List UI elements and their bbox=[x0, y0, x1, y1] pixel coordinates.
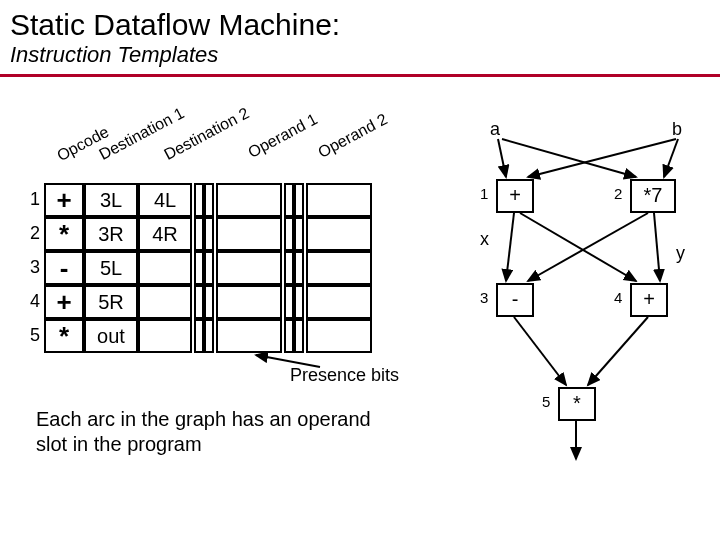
cell-dest1: 3L bbox=[84, 183, 138, 217]
cell-op2 bbox=[306, 183, 372, 217]
presence-bit bbox=[194, 183, 204, 217]
presence-bit bbox=[294, 319, 304, 353]
svg-line-3 bbox=[664, 139, 678, 177]
graph-node-4: + bbox=[630, 283, 668, 317]
presence-bit bbox=[294, 217, 304, 251]
presence-bit bbox=[294, 183, 304, 217]
row-num: 1 bbox=[22, 189, 40, 210]
node-id: 4 bbox=[614, 289, 622, 306]
cell-dest2 bbox=[138, 251, 192, 285]
cell-op2 bbox=[306, 217, 372, 251]
presence-bit bbox=[194, 319, 204, 353]
presence-bit bbox=[204, 183, 214, 217]
row-num: 4 bbox=[22, 291, 40, 312]
cell-op2 bbox=[306, 251, 372, 285]
cell-op1 bbox=[216, 183, 282, 217]
graph-node-3: - bbox=[496, 283, 534, 317]
cell-op2 bbox=[306, 319, 372, 353]
page-title: Static Dataflow Machine: bbox=[0, 0, 720, 42]
hdr-op1: Operand 1 bbox=[245, 110, 320, 161]
cell-opcode: + bbox=[44, 285, 84, 319]
svg-line-7 bbox=[654, 213, 660, 281]
graph-node-5: * bbox=[558, 387, 596, 421]
page-subtitle: Instruction Templates bbox=[0, 42, 720, 72]
presence-bit bbox=[294, 251, 304, 285]
presence-bit bbox=[204, 251, 214, 285]
cell-op1 bbox=[216, 319, 282, 353]
presence-bit bbox=[204, 217, 214, 251]
cell-opcode: * bbox=[44, 217, 84, 251]
node-id: 2 bbox=[614, 185, 622, 202]
graph-input-x: x bbox=[480, 229, 489, 250]
svg-line-0 bbox=[498, 139, 506, 177]
graph-input-y: y bbox=[676, 243, 685, 264]
cell-op1 bbox=[216, 251, 282, 285]
cell-opcode: + bbox=[44, 183, 84, 217]
svg-line-5 bbox=[520, 213, 636, 281]
cell-dest1: 5R bbox=[84, 285, 138, 319]
caption: Each arc in the graph has an operand slo… bbox=[36, 407, 396, 457]
graph-input-a: a bbox=[490, 119, 500, 140]
cell-opcode: - bbox=[44, 251, 84, 285]
svg-line-8 bbox=[514, 317, 566, 385]
node-id: 3 bbox=[480, 289, 488, 306]
svg-line-6 bbox=[528, 213, 648, 281]
svg-line-2 bbox=[528, 139, 676, 177]
presence-bit bbox=[284, 285, 294, 319]
node-id: 5 bbox=[542, 393, 550, 410]
svg-line-9 bbox=[588, 317, 648, 385]
svg-line-4 bbox=[506, 213, 514, 281]
cell-dest2 bbox=[138, 319, 192, 353]
presence-bit bbox=[194, 217, 204, 251]
presence-bit bbox=[194, 251, 204, 285]
presence-bits-label: Presence bits bbox=[290, 365, 399, 386]
cell-dest2: 4R bbox=[138, 217, 192, 251]
presence-bit bbox=[284, 183, 294, 217]
presence-bit bbox=[284, 251, 294, 285]
cell-dest2: 4L bbox=[138, 183, 192, 217]
presence-bit bbox=[284, 217, 294, 251]
cell-op1 bbox=[216, 285, 282, 319]
cell-op1 bbox=[216, 217, 282, 251]
cell-dest1: 3R bbox=[84, 217, 138, 251]
graph-input-b: b bbox=[672, 119, 682, 140]
node-id: 1 bbox=[480, 185, 488, 202]
cell-opcode: * bbox=[44, 319, 84, 353]
cell-dest1: 5L bbox=[84, 251, 138, 285]
cell-dest1: out bbox=[84, 319, 138, 353]
hdr-op2: Operand 2 bbox=[315, 110, 390, 161]
svg-line-1 bbox=[502, 139, 636, 177]
row-num: 3 bbox=[22, 257, 40, 278]
presence-bit bbox=[204, 319, 214, 353]
cell-op2 bbox=[306, 285, 372, 319]
presence-bit bbox=[294, 285, 304, 319]
graph-node-2: *7 bbox=[630, 179, 676, 213]
presence-bit bbox=[204, 285, 214, 319]
cell-dest2 bbox=[138, 285, 192, 319]
row-num: 5 bbox=[22, 325, 40, 346]
presence-bit bbox=[194, 285, 204, 319]
slide-body: Opcode Destination 1 Destination 2 Opera… bbox=[0, 77, 720, 527]
row-num: 2 bbox=[22, 223, 40, 244]
presence-bit bbox=[284, 319, 294, 353]
graph-node-1: + bbox=[496, 179, 534, 213]
